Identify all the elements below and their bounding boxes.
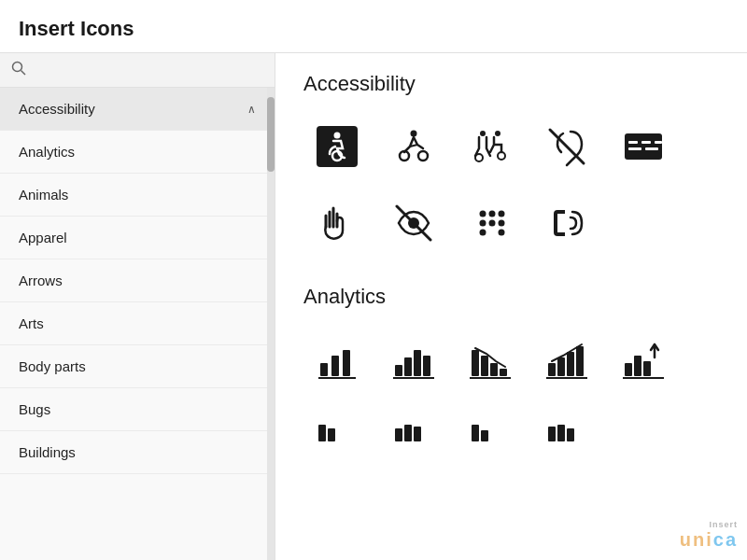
icon-wheelchair-box[interactable] <box>303 113 371 180</box>
sidebar-item-analytics[interactable]: Analytics <box>0 131 275 174</box>
svg-rect-61 <box>567 428 574 441</box>
analytics-section: Analytics <box>303 285 719 449</box>
svg-point-0 <box>13 63 22 72</box>
category-label: Accessibility <box>19 101 95 117</box>
svg-point-5 <box>411 131 417 137</box>
accessibility-icons-grid <box>303 113 719 257</box>
search-input[interactable] <box>34 63 263 77</box>
svg-rect-44 <box>557 357 565 376</box>
watermark: Insert unica <box>680 520 738 551</box>
icon-bar-chart-trend[interactable] <box>533 326 600 393</box>
search-icon <box>11 61 26 79</box>
svg-rect-34 <box>404 357 412 376</box>
category-label: Arts <box>19 315 44 331</box>
svg-rect-50 <box>643 361 651 376</box>
svg-point-26 <box>499 220 505 227</box>
icon-visually-impaired[interactable] <box>380 189 447 257</box>
icon-hearing-impaired[interactable] <box>533 113 600 180</box>
icon-bar-chart-9[interactable] <box>533 421 600 449</box>
svg-rect-54 <box>395 428 402 441</box>
svg-rect-33 <box>395 365 402 376</box>
analytics-section-title: Analytics <box>303 285 719 309</box>
icon-bar-chart-8[interactable] <box>457 421 524 449</box>
svg-line-1 <box>21 71 26 76</box>
content-area[interactable]: Accessibility <box>275 53 747 560</box>
title-text: Insert Icons <box>19 17 134 40</box>
sidebar-item-body-parts[interactable]: Body parts <box>0 345 275 388</box>
search-bar[interactable] <box>0 53 275 88</box>
sidebar-item-apparel[interactable]: Apparel <box>0 217 275 259</box>
scrollbar-track[interactable] <box>267 88 275 560</box>
svg-rect-59 <box>548 427 556 441</box>
svg-rect-18 <box>645 147 658 150</box>
scrollbar-thumb[interactable] <box>267 97 275 172</box>
category-label: Apparel <box>19 230 67 245</box>
svg-rect-31 <box>343 350 350 376</box>
sidebar-item-arts[interactable]: Arts <box>0 302 275 345</box>
svg-rect-55 <box>404 425 412 441</box>
category-label: Analytics <box>19 144 75 160</box>
icon-bar-chart-1[interactable] <box>303 326 371 393</box>
svg-point-21 <box>480 211 486 217</box>
icon-bar-chart-2[interactable] <box>380 326 447 393</box>
svg-rect-13 <box>625 133 662 160</box>
icon-accessible-cyclist[interactable] <box>380 113 447 180</box>
main-layout: Accessibility ∧ Analytics Animals Appare… <box>0 53 747 560</box>
analytics-icons-grid-2 <box>303 421 719 449</box>
svg-point-8 <box>480 131 486 136</box>
sidebar-item-buildings[interactable]: Buildings <box>0 431 275 474</box>
svg-point-22 <box>489 211 496 217</box>
svg-rect-45 <box>567 352 574 376</box>
svg-point-27 <box>480 230 486 236</box>
svg-point-10 <box>475 154 483 161</box>
svg-rect-56 <box>414 427 421 441</box>
svg-rect-30 <box>331 356 339 376</box>
category-list: Accessibility ∧ Analytics Animals Appare… <box>0 88 275 560</box>
svg-rect-52 <box>318 425 326 441</box>
svg-rect-57 <box>472 425 479 441</box>
svg-rect-16 <box>655 141 662 144</box>
svg-rect-60 <box>557 425 565 441</box>
icon-bar-chart-7[interactable] <box>380 421 447 449</box>
category-label: Animals <box>19 187 68 203</box>
icon-people-wheelchair[interactable] <box>457 113 524 180</box>
sidebar-item-accessibility[interactable]: Accessibility ∧ <box>0 88 275 131</box>
svg-point-24 <box>480 220 486 227</box>
svg-rect-29 <box>320 363 328 376</box>
icon-bar-chart-6[interactable] <box>303 421 371 449</box>
svg-point-23 <box>499 211 505 217</box>
svg-rect-36 <box>423 356 430 376</box>
icon-bar-chart-decrease[interactable] <box>457 326 524 393</box>
category-label: Buildings <box>19 444 76 460</box>
sidebar-item-bugs[interactable]: Bugs <box>0 388 275 431</box>
icon-bar-chart-arrow[interactable] <box>610 326 677 393</box>
svg-rect-46 <box>576 346 584 376</box>
category-label: Arrows <box>19 273 63 288</box>
category-label: Bugs <box>19 401 50 417</box>
analytics-icons-grid <box>303 326 719 393</box>
sidebar-item-arrows[interactable]: Arrows <box>0 259 275 302</box>
chevron-up-icon: ∧ <box>247 103 256 116</box>
category-label: Body parts <box>19 358 86 374</box>
icon-assistive-listening[interactable] <box>533 189 600 257</box>
icon-hand-gesture[interactable] <box>303 189 371 257</box>
svg-rect-35 <box>414 350 421 376</box>
icon-braille[interactable] <box>457 189 524 257</box>
svg-rect-48 <box>625 363 632 376</box>
svg-point-7 <box>418 151 428 161</box>
svg-rect-53 <box>328 428 335 441</box>
sidebar-item-animals[interactable]: Animals <box>0 174 275 217</box>
dialog-title: Insert Icons <box>0 0 747 53</box>
sidebar: Accessibility ∧ Analytics Animals Appare… <box>0 53 275 560</box>
svg-point-28 <box>499 230 505 236</box>
icon-captions[interactable] <box>610 113 677 180</box>
svg-rect-40 <box>490 363 498 376</box>
svg-rect-43 <box>548 363 556 376</box>
watermark-insert: Insert <box>680 520 738 529</box>
svg-rect-17 <box>628 147 641 150</box>
svg-rect-41 <box>500 369 507 376</box>
svg-rect-49 <box>634 356 641 376</box>
svg-rect-14 <box>628 141 638 144</box>
svg-point-25 <box>489 220 496 227</box>
svg-rect-39 <box>481 356 488 376</box>
